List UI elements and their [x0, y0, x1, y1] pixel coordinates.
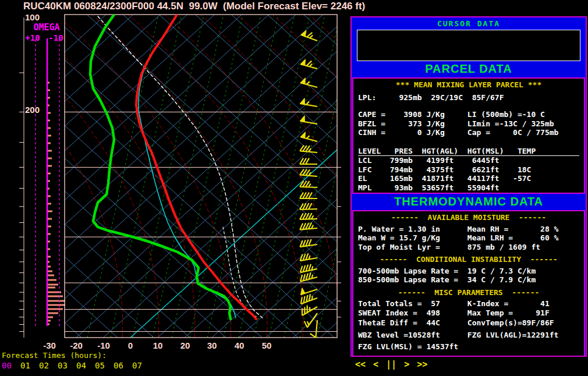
panel-text-line: WBZ level =10528ft FZG LVL(AGL)=12291ft	[358, 331, 579, 340]
wind-barb	[300, 193, 317, 198]
wind-barb	[300, 181, 317, 187]
panel-text-line: ThetaE Diff = 44C ConvTemp(s)=89F/86F	[358, 318, 579, 328]
omega-plus-label: +10	[25, 33, 40, 42]
wind-barbs	[300, 30, 317, 338]
panel-text-line: ------ CONDITIONAL INSTABILITY ------	[358, 255, 579, 264]
panel-text-line: 700-500mb Lapse Rate = 19 C / 7.3 C/km	[358, 267, 579, 276]
temp-axis-label: 40	[235, 340, 245, 350]
data-panel: CURSOR DATA PARCEL DATA *** MEAN MIXING …	[350, 16, 587, 357]
cursor-data-title: CURSOR DATA	[352, 19, 586, 28]
panel-text-line: Top of Moist Lyr = 875 mb / 1609 ft	[358, 243, 579, 252]
step-forward-button[interactable]: >	[404, 359, 409, 370]
pause-button[interactable]: ||	[386, 359, 396, 370]
panel-text-line: LEVEL PRES HGT(AGL) HGT(MSL) TEMP	[358, 147, 579, 157]
panel-text-line: Mean W = 15.7 g/Kg Mean LRH = 60 %	[358, 233, 579, 243]
forecast-times-label: Forecast Times (hours):	[2, 351, 107, 360]
wind-barb	[302, 306, 317, 315]
step-last-button[interactable]: >>	[417, 359, 427, 370]
parcel-data-title: PARCEL DATA	[352, 61, 586, 77]
panel-text-line: MPL 93mb 53657ft 55904ft	[358, 183, 579, 193]
forecast-time-00[interactable]: 00	[2, 361, 12, 370]
wind-barb	[300, 222, 317, 229]
temp-axis-label: 20	[180, 340, 190, 350]
panel-text-line: LCL 799mb 4199ft 6445ft	[358, 156, 579, 165]
pressure-axis-label: 200	[25, 105, 40, 115]
step-first-button[interactable]: <<	[355, 359, 366, 370]
forecast-time-03[interactable]: 03	[58, 361, 68, 370]
omega-overlay: OMEGA+10-10	[25, 22, 65, 326]
temp-axis-label: 30	[207, 340, 217, 350]
pressure-axis-label: 100	[25, 12, 40, 22]
parcel-data-section: *** MEAN MIXING LAYER PARCEL ***LPL: 925…	[352, 77, 585, 194]
temp-axis-label: -20	[70, 340, 83, 350]
temp-axis-label: -30	[43, 340, 56, 350]
temp-axis-label: -10	[97, 340, 110, 350]
panel-text-line: CAPE = 3908 J/Kg LI (500mb) =-10 C	[358, 110, 579, 119]
wind-barb	[300, 264, 317, 273]
wind-barb	[300, 158, 317, 164]
forecast-time-07[interactable]: 07	[132, 361, 142, 370]
playback-controls: <<<||>>>	[355, 359, 427, 370]
temp-axis-label: 10	[153, 340, 163, 350]
skewt-chart[interactable]: OMEGA+10-10100200-30-20-1001020304050	[0, 0, 349, 376]
plot-frame	[65, 15, 337, 338]
panel-text-line: SWEAT Index = 498 Max Temp = 91F	[358, 308, 579, 318]
temp-axis-label: 0	[128, 340, 133, 350]
wind-barb-pennant	[300, 116, 304, 122]
wind-barb	[300, 146, 317, 152]
panel-text-line: *** MEAN MIXING LAYER PARCEL ***	[358, 80, 579, 90]
panel-text-line: 850-500mb Lapse Rate = 34 C / 7.9 C/km	[358, 275, 579, 285]
thermodynamic-data-title: THERMODYNAMIC DATA	[352, 194, 586, 210]
wind-barb-pennant	[300, 78, 305, 84]
panel-text-line: CINH = 0 J/Kg Cap = 0C / 775mb	[358, 128, 579, 137]
panel-text-line: BFZL = 373 J/Kg LImin =-13C / 325mb	[358, 119, 579, 129]
wind-barb-pennant	[300, 98, 304, 105]
panel-text-line: LFC 794mb 4375ft 6621ft 18C	[358, 165, 579, 175]
wind-barb-pennant	[300, 288, 305, 295]
parcel-trace	[98, 16, 264, 319]
panel-text-line: ------ MISC PARAMETERS ------	[358, 288, 579, 297]
panel-text-line: P. Water = 1.30 in Mean RH = 28 %	[358, 225, 579, 234]
forecast-time-04[interactable]: 04	[76, 361, 86, 370]
panel-text-line: ------ AVAILABLE MOISTURE ------	[358, 213, 579, 222]
thermodynamic-data-section: ------ AVAILABLE MOISTURE ------P. Water…	[352, 210, 585, 357]
skewt-grid	[0, 15, 349, 338]
forecast-time-02[interactable]: 02	[39, 361, 49, 370]
panel-text-line: EL 165mb 41871ft 44117ft -57C	[358, 174, 579, 183]
forecast-time-05[interactable]: 05	[95, 361, 105, 370]
temp-axis-label: 50	[262, 340, 272, 350]
panel-text-line: Total Totals = 57 K-Index = 41	[358, 299, 579, 308]
cursor-data-box	[357, 30, 580, 61]
wind-barb-pennant	[300, 59, 305, 66]
panel-text-line: FZG LVL(MSL) = 14537ft	[358, 342, 579, 352]
panel-text-line: LPL: 925mb 29C/19C 85F/67F	[358, 93, 579, 102]
nsharp-window: RUC40KM 060824/2300F000 44.5N 99.0W (Mod…	[0, 0, 588, 376]
omega-label: OMEGA	[33, 22, 59, 33]
forecast-time-06[interactable]: 06	[114, 361, 123, 370]
forecast-time-01[interactable]: 01	[20, 361, 30, 370]
omega-minus-label: -10	[48, 33, 63, 42]
step-back-button[interactable]: <	[373, 359, 378, 370]
